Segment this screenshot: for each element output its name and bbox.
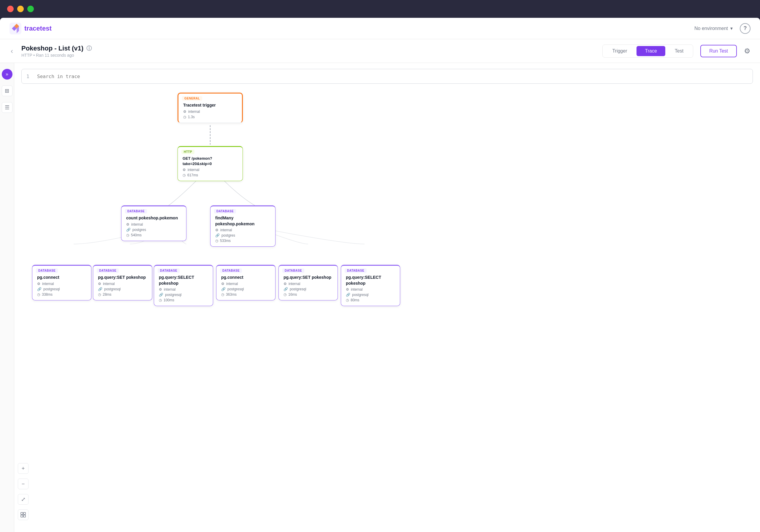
node-title-db2: findMany pokeshop.pokemon [212, 215, 274, 227]
logo-icon [10, 23, 22, 34]
minimize-button[interactable] [17, 6, 24, 12]
db-icon: 🔗 [37, 287, 42, 291]
fit-view-button[interactable]: ⤢ [18, 494, 28, 505]
zoom-out-button[interactable]: − [18, 479, 28, 489]
node-meta-trigger-duration: ◷ 1.3s [180, 114, 241, 120]
logo-area: tracetest [10, 23, 52, 34]
node-http-get[interactable]: HTTP GET /pokemon?take=20&skip=0 ⚙ inter… [177, 146, 243, 181]
zoom-in-button[interactable]: + [18, 463, 28, 474]
content-area: » ⊞ ☰ 1 [0, 63, 760, 532]
connector-lines [14, 90, 760, 532]
layout-diagram-button[interactable]: ⊞ [2, 85, 13, 96]
db-icon: 🔗 [98, 287, 102, 291]
gear-icon: ⚙ [159, 287, 162, 292]
search-line-number: 1 [26, 73, 32, 79]
search-bar: 1 [22, 69, 753, 84]
node-db-pgquery-select-2[interactable]: DATABASE pg.query:SELECT pokeshop ⚙ inte… [341, 265, 400, 306]
node-tag-db6: DATABASE [220, 268, 242, 273]
clock-icon: ◷ [37, 292, 40, 297]
back-button[interactable]: ‹ [10, 46, 14, 56]
env-label: No environment [694, 26, 728, 31]
db-icon: 🔗 [159, 293, 163, 297]
node-db-pgquery-select-1[interactable]: DATABASE pg.query:SELECT pokeshop ⚙ inte… [154, 265, 213, 306]
node-meta-db3-db: 🔗 postgresql [33, 286, 90, 292]
maximize-button[interactable] [27, 6, 34, 12]
node-meta-db1-duration: ◷ 540ms [122, 232, 185, 238]
tab-test[interactable]: Test [666, 46, 692, 56]
node-title-db3: pg.connect [33, 274, 90, 281]
node-meta-db3-kind: ⚙ internal [33, 281, 90, 286]
nav-right: No environment ▾ ? [694, 23, 750, 34]
node-tracetest-trigger[interactable]: GENERAL Tracetest trigger ⚙ internal ◷ 1… [177, 93, 243, 123]
app-window: tracetest No environment ▾ ? ‹ Pokeshop … [0, 18, 760, 532]
svg-rect-5 [24, 515, 25, 517]
help-button[interactable]: ? [740, 23, 750, 34]
clock-icon: ◷ [159, 298, 162, 302]
db-icon: 🔗 [221, 287, 226, 291]
test-meta: HTTP • Ran 11 seconds ago [22, 53, 595, 58]
node-meta-db5-db: 🔗 postgresql [155, 292, 212, 298]
clock-icon: ◷ [284, 292, 286, 297]
node-meta-db1-kind: ⚙ internal [122, 222, 185, 227]
tab-trigger[interactable]: Trigger [604, 46, 635, 56]
node-db-findmany[interactable]: DATABASE findMany pokeshop.pokemon ⚙ int… [210, 206, 275, 247]
list-view-button[interactable]: ☰ [2, 102, 13, 113]
node-db-pgquery-set-2[interactable]: DATABASE pg.query:SET pokeshop ⚙ interna… [278, 265, 338, 301]
node-tag-http: HTTP [181, 150, 194, 154]
node-meta-db3-duration: ◷ 338ms [33, 292, 90, 297]
node-meta-db1-db: 🔗 postgres [122, 227, 185, 232]
node-meta-db4-duration: ◷ 28ms [94, 292, 151, 297]
node-db-pgquery-set-1[interactable]: DATABASE pg.query:SET pokeshop ⚙ interna… [93, 265, 152, 301]
info-icon[interactable]: ⓘ [86, 45, 92, 52]
gear-icon: ⚙ [98, 282, 101, 286]
db-icon: 🔗 [126, 228, 131, 232]
node-meta-db7-kind: ⚙ internal [280, 281, 336, 286]
node-meta-db4-kind: ⚙ internal [94, 281, 151, 286]
node-tag-db5: DATABASE [158, 268, 180, 273]
node-tag-db8: DATABASE [345, 268, 367, 273]
svg-rect-2 [21, 512, 23, 514]
clock-icon: ◷ [221, 292, 224, 297]
node-meta-http-kind: ⚙ internal [179, 167, 241, 172]
node-tag-db4: DATABASE [97, 268, 119, 273]
node-meta-db5-kind: ⚙ internal [155, 287, 212, 292]
clock-icon: ◷ [215, 239, 218, 243]
run-test-button[interactable]: Run Test [700, 45, 737, 57]
env-selector[interactable]: No environment ▾ [694, 25, 733, 31]
gear-icon: ⚙ [284, 282, 287, 286]
trace-graph[interactable]: GENERAL Tracetest trigger ⚙ internal ◷ 1… [14, 90, 760, 532]
node-db-pgconnect-2[interactable]: DATABASE pg.connect ⚙ internal 🔗 postgre… [216, 265, 275, 301]
navbar: tracetest No environment ▾ ? [0, 18, 760, 39]
node-meta-http-duration: ◷ 617ms [179, 172, 241, 178]
sidebar-toggle: » ⊞ ☰ [0, 63, 14, 532]
node-meta-db6-duration: ◷ 363ms [217, 292, 274, 297]
minimap-button[interactable] [18, 509, 28, 520]
node-meta-db8-duration: ◷ 80ms [342, 298, 399, 303]
search-input[interactable] [37, 73, 748, 79]
node-db-pgconnect-1[interactable]: DATABASE pg.connect ⚙ internal 🔗 postgre… [32, 265, 91, 301]
test-title: Pokeshop - List (v1) [22, 45, 83, 52]
db-icon: 🔗 [215, 233, 220, 237]
node-meta-db2-duration: ◷ 533ms [212, 238, 274, 243]
settings-icon[interactable]: ⚙ [744, 47, 750, 55]
chevron-down-icon: ▾ [730, 25, 733, 31]
node-title-db6: pg.connect [217, 274, 274, 281]
node-tag-db7: DATABASE [282, 268, 304, 273]
gear-icon: ⚙ [37, 282, 40, 286]
gear-icon: ⚙ [346, 287, 349, 292]
node-title-http: GET /pokemon?take=20&skip=0 [179, 155, 241, 167]
sidebar-expand-button[interactable]: » [2, 69, 13, 79]
tab-bar: Trigger Trace Test [602, 45, 693, 58]
logo-text: tracetest [24, 24, 52, 32]
node-meta-db7-duration: ◷ 16ms [280, 292, 336, 297]
node-tag-db2: DATABASE [214, 209, 236, 214]
node-meta-db7-db: 🔗 postgresql [280, 286, 336, 292]
subheader: ‹ Pokeshop - List (v1) ⓘ HTTP • Ran 11 s… [0, 39, 760, 63]
test-title-area: Pokeshop - List (v1) ⓘ [22, 45, 595, 52]
clock-icon: ◷ [183, 115, 186, 119]
node-meta-db6-db: 🔗 postgresql [217, 286, 274, 292]
node-db-count[interactable]: DATABASE count pokeshop.pokemon ⚙ intern… [121, 206, 186, 241]
close-button[interactable] [7, 6, 14, 12]
svg-rect-3 [24, 512, 25, 514]
tab-trace[interactable]: Trace [637, 46, 665, 56]
